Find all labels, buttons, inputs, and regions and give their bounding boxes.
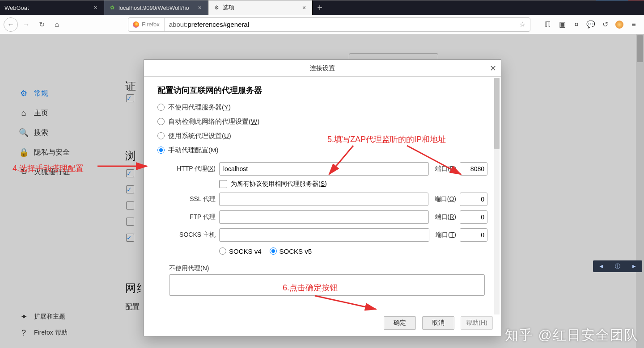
nav-back-button[interactable]: ← (4, 17, 18, 32)
ok-button[interactable]: 确定 (384, 316, 416, 330)
socks-host-row: SOCKS 主机 端口(T) (157, 226, 487, 244)
tab-title: 选项 (223, 4, 298, 12)
dialog-body: 配置访问互联网的代理服务器 不使用代理服务器(Y) 自动检测此网络的代理设置(W… (144, 77, 501, 314)
tab-title: WebGoat (4, 4, 89, 11)
arrow-4-icon (97, 161, 151, 172)
ssl-port-label: 端口(O) (435, 195, 456, 203)
dialog-footer: 确定 取消 帮助(H) (144, 314, 501, 336)
mini-player-widget[interactable]: ◄ ⓘ ► (593, 260, 642, 272)
help-button[interactable]: 帮助(H) (461, 316, 493, 330)
arrow-6-icon (313, 293, 385, 315)
tab-close-icon[interactable]: × (196, 4, 203, 11)
socks-port-input[interactable] (460, 228, 487, 242)
section-title: 配置访问互联网的代理服务器 (157, 85, 487, 96)
radio-icon (157, 132, 165, 139)
tab-title: localhost:9090/WebWolf/ho (119, 4, 194, 11)
svg-line-3 (315, 296, 376, 309)
radio-icon (270, 247, 277, 255)
ftp-proxy-input[interactable] (219, 210, 429, 224)
player-prev-icon[interactable]: ◄ (598, 263, 604, 269)
dialog-header: 连接设置 ✕ (144, 60, 501, 77)
identity-box[interactable]: Firefox (128, 18, 165, 31)
bookmark-star-icon[interactable]: ☆ (515, 20, 530, 29)
radio-icon (157, 147, 165, 154)
chat-icon[interactable]: 💬 (584, 18, 597, 31)
radio-icon (157, 104, 165, 111)
radio-socks-v4[interactable]: SOCKS v4 (219, 247, 262, 255)
ssl-port-input[interactable] (460, 193, 487, 206)
radio-no-proxy[interactable]: 不使用代理服务器(Y) (157, 100, 487, 114)
svg-line-1 (329, 146, 353, 174)
arrow-5a-icon (326, 143, 479, 183)
cancel-button[interactable]: 取消 (422, 316, 454, 330)
library-icon[interactable]: ℿ (541, 18, 555, 31)
socks-host-label: SOCKS 主机 (157, 231, 216, 239)
tab-close-icon[interactable]: × (301, 4, 308, 11)
ftp-proxy-row: FTP 代理 端口(R) (157, 208, 487, 226)
nav-home-button[interactable]: ⌂ (50, 18, 64, 31)
favicon-leaf-icon: ✿ (109, 4, 116, 11)
checkbox-icon (219, 180, 227, 188)
menu-icon[interactable]: ≡ (627, 18, 640, 31)
tab-close-icon[interactable]: × (92, 4, 99, 11)
tab-webgoat[interactable]: WebGoat × (0, 0, 104, 15)
sync-icon[interactable]: ↺ (598, 18, 612, 31)
radio-icon (219, 247, 226, 255)
dialog-title: 连接设置 (310, 64, 335, 72)
tab-strip: WebGoat × ✿ localhost:9090/WebWolf/ho × … (0, 0, 644, 15)
player-next-icon[interactable]: ► (631, 263, 637, 269)
ssl-proxy-label: SSL 代理 (157, 195, 216, 203)
ftp-proxy-label: FTP 代理 (157, 213, 216, 221)
svg-line-2 (407, 146, 461, 174)
identity-label: Firefox (142, 21, 160, 28)
nav-reload-button[interactable]: ↻ (35, 18, 48, 31)
nav-toolbar: ← → ↻ ⌂ Firefox about:preferences#genera… (0, 15, 644, 34)
profile-icon[interactable] (613, 18, 626, 31)
nav-forward-button[interactable]: → (20, 18, 33, 31)
gear-icon: ⚙ (213, 4, 220, 11)
tab-webwolf[interactable]: ✿ localhost:9090/WebWolf/ho × (104, 0, 208, 15)
firefox-icon (133, 21, 139, 28)
dialog-close-button[interactable]: ✕ (490, 63, 496, 73)
socks-version-row: SOCKS v4 SOCKS v5 (219, 244, 487, 258)
no-proxy-label: 不使用代理(N) (169, 264, 487, 273)
url-text: about:preferences#general (165, 21, 515, 28)
address-bar[interactable]: Firefox about:preferences#general ☆ (128, 17, 530, 32)
sidebar-icon[interactable]: ▣ (555, 18, 569, 31)
ssl-proxy-input[interactable] (219, 193, 428, 206)
tab-preferences[interactable]: ⚙ 选项 × (208, 0, 313, 15)
ftp-port-label: 端口(R) (435, 213, 456, 221)
radio-socks-v5[interactable]: SOCKS v5 (270, 247, 312, 255)
http-proxy-label: HTTP 代理(X) (157, 165, 216, 173)
radio-icon (157, 118, 165, 125)
annotation-4: 4.选择手动搭理配置 (13, 163, 84, 174)
new-tab-button[interactable]: + (313, 0, 327, 15)
ftp-port-input[interactable] (460, 210, 487, 224)
socks-host-input[interactable] (219, 228, 429, 242)
watermark-text: 知乎 @红日安全团队 (505, 326, 639, 344)
radio-auto-detect[interactable]: 自动检测此网络的代理设置(W) (157, 114, 487, 129)
annotation-6: 6.点击确定按钮 (283, 282, 338, 293)
extension-icon[interactable]: ¤ (570, 18, 583, 31)
socks-port-label: 端口(T) (436, 231, 456, 239)
ssl-proxy-row: SSL 代理 端口(O) (157, 190, 487, 208)
player-info-icon[interactable]: ⓘ (615, 263, 620, 270)
